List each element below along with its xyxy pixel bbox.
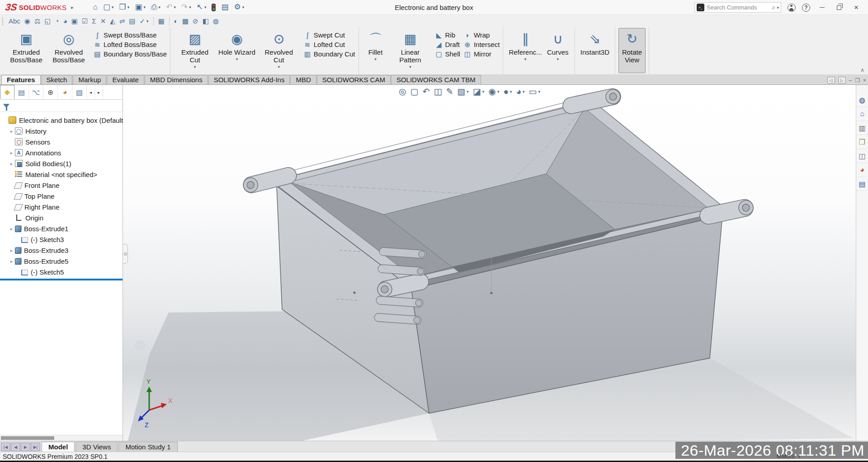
expand-arrow-icon[interactable]: ▸ bbox=[8, 226, 15, 231]
instant3d-button[interactable]: ⇘Instant3D bbox=[578, 28, 612, 73]
wrap-button[interactable]: ◗Wrap bbox=[463, 30, 500, 40]
custom-properties-tab[interactable]: ▤ bbox=[856, 177, 868, 191]
tree-tabs-scroll-right[interactable]: ▸ bbox=[95, 85, 103, 99]
bom-table[interactable]: ▦ bbox=[156, 17, 166, 25]
print-button[interactable]: ⎙▾ bbox=[149, 2, 163, 12]
edit-appearance-button[interactable]: ●▾ bbox=[503, 87, 512, 97]
lofted-cut-button[interactable]: ≋Lofted Cut bbox=[303, 40, 355, 49]
revolved-boss-base-button[interactable]: ◎Revolved Boss/Base bbox=[47, 28, 90, 73]
expand-arrow-icon[interactable]: ▸ bbox=[8, 129, 15, 134]
view-orientation-button[interactable]: ▧▾ bbox=[457, 86, 468, 97]
tree-tabs-scroll-left[interactable]: ◂ bbox=[87, 85, 95, 99]
cam-tree-tab[interactable]: ▧ bbox=[72, 85, 87, 99]
search-commands-box[interactable]: >_ ⌕ ▾ bbox=[694, 2, 781, 13]
options-button[interactable]: ⚙▾ bbox=[232, 2, 247, 12]
ribbon-collapse-button[interactable]: ∧ bbox=[860, 67, 864, 73]
draft-analysis[interactable]: ◭ bbox=[108, 17, 117, 25]
lofted-boss-base-button[interactable]: ≋Lofted Boss/Base bbox=[93, 40, 167, 49]
visualize-tool[interactable]: ◍ bbox=[211, 17, 221, 25]
tree-item-front-plane[interactable]: Front Plane bbox=[0, 180, 123, 191]
tab-markup[interactable]: Markup bbox=[73, 75, 106, 84]
search-icon[interactable]: ⌕ bbox=[772, 4, 776, 11]
reference-geometry-button[interactable]: ∥Referenc...▾ bbox=[506, 28, 544, 73]
user-account-button[interactable] bbox=[788, 4, 796, 12]
expand-arrow-icon[interactable]: ▸ bbox=[8, 150, 15, 155]
tree-item-sketch3[interactable]: (-) Sketch3 bbox=[0, 234, 123, 245]
unit-system-selector[interactable]: MMGS ▲ bbox=[777, 453, 801, 460]
symmetry-check[interactable]: ⇌ bbox=[118, 17, 127, 25]
search-caret-icon[interactable]: ▾ bbox=[777, 5, 779, 10]
toolbar-grip[interactable] bbox=[2, 17, 4, 25]
tree-item-annotations[interactable]: ▸Annotations bbox=[0, 147, 123, 158]
select-button[interactable]: ↖▾ bbox=[194, 2, 209, 12]
compare-documents[interactable]: ▤ bbox=[127, 17, 137, 25]
edit-appearance-tool[interactable]: ◐ bbox=[172, 17, 180, 25]
swept-boss-base-button[interactable]: ∫Swept Boss/Base bbox=[93, 30, 167, 40]
scrollbar-thumb[interactable] bbox=[1, 436, 54, 440]
tree-item-origin[interactable]: Origin bbox=[0, 212, 123, 223]
equations-tool[interactable]: Σ bbox=[90, 17, 98, 25]
file-explorer-tab[interactable]: ❒ bbox=[856, 135, 868, 149]
measure-tool[interactable]: ⚖ bbox=[33, 17, 42, 25]
graphics-viewport[interactable]: ◎▢↶◫✎▧▾◪▾◉▾●▾◕▾▭▾ bbox=[123, 85, 868, 441]
revolved-cut-button[interactable]: ⊙Revolved Cut▾ bbox=[258, 28, 300, 73]
scroll-previous-button[interactable]: ◀ bbox=[11, 443, 20, 451]
expand-arrow-icon[interactable]: ▸ bbox=[8, 259, 15, 264]
tab-mbd-dimensions[interactable]: MBD Dimensions bbox=[145, 75, 208, 84]
rollback-bar[interactable] bbox=[0, 279, 123, 280]
design-binder[interactable]: ◉ bbox=[23, 17, 32, 25]
view-settings-button[interactable]: ▭▾ bbox=[528, 86, 540, 97]
home-button[interactable]: ⌂ bbox=[91, 2, 100, 12]
swept-cut-button[interactable]: ∫Swept Cut bbox=[303, 30, 355, 40]
performance-evaluation[interactable]: ◔ bbox=[53, 17, 61, 25]
view-palette-tab[interactable]: ◫ bbox=[856, 149, 868, 163]
tree-item-sketch5[interactable]: (-) Sketch5 bbox=[0, 266, 123, 277]
check-active-document[interactable]: ▣ bbox=[70, 17, 80, 25]
hide-show-items-button[interactable]: ◉▾ bbox=[488, 86, 499, 97]
design-checker[interactable]: ✓▾ bbox=[138, 17, 151, 25]
hole-wizard-button[interactable]: ◉Hole Wizard▾ bbox=[216, 28, 258, 73]
undo-button[interactable]: ↶▾ bbox=[164, 2, 178, 12]
expand-arrow-icon[interactable]: ▸ bbox=[8, 161, 15, 166]
dynamic-annotation-views-button[interactable]: ✎ bbox=[446, 86, 453, 97]
help-button[interactable]: ? bbox=[802, 4, 810, 12]
linear-pattern-button[interactable]: ▦Linear Pattern▾ bbox=[389, 28, 432, 73]
previous-view-button[interactable]: ↶ bbox=[423, 86, 430, 97]
doc-minimize-button[interactable]: – bbox=[849, 77, 852, 84]
3dexperience-marketplace-tab[interactable]: ◍ bbox=[856, 93, 868, 107]
tree-horizontal-scrollbar[interactable] bbox=[0, 435, 123, 441]
tab-sketch[interactable]: Sketch bbox=[41, 75, 73, 84]
boundary-cut-button[interactable]: ▥Boundary Cut bbox=[303, 49, 355, 59]
minimize-button[interactable] bbox=[816, 3, 827, 13]
tree-item-boss-extrude1[interactable]: ▸Boss-Extrude1 bbox=[0, 223, 123, 234]
rib-button[interactable]: ◣Rib bbox=[434, 30, 460, 40]
shell-button[interactable]: ▢Shell bbox=[434, 49, 460, 59]
tree-item-right-plane[interactable]: Right Plane bbox=[0, 201, 123, 212]
extruded-boss-base-button[interactable]: ▣Extruded Boss/Base bbox=[5, 28, 47, 73]
scroll-last-button[interactable]: ▶| bbox=[31, 443, 40, 451]
dimxpertmanager-tab[interactable]: ⊕ bbox=[43, 85, 58, 99]
restore-button[interactable] bbox=[834, 3, 844, 13]
home-tab[interactable]: ⌂ bbox=[856, 107, 868, 121]
appearances-scenes-tab[interactable]: ◕ bbox=[856, 163, 868, 177]
displaymanager-tab[interactable]: ◕ bbox=[58, 85, 72, 99]
edit-material-tool[interactable]: ◧ bbox=[201, 17, 211, 25]
rebuild-button[interactable] bbox=[209, 3, 218, 12]
tree-item-boss-extrude3[interactable]: ▸Boss-Extrude3 bbox=[0, 245, 123, 256]
tree-item-electronic-and-battery-box-default[interactable]: Electronic and battery box (Default) bbox=[0, 115, 123, 126]
scroll-first-button[interactable]: |◀ bbox=[1, 443, 10, 451]
search-input[interactable] bbox=[707, 4, 772, 11]
intersect-button[interactable]: ⊕Intersect bbox=[463, 40, 500, 49]
draft-button[interactable]: ◢Draft bbox=[434, 40, 460, 49]
tab-mbd[interactable]: MBD bbox=[290, 75, 316, 84]
tab-solidworks-cam[interactable]: SOLIDWORKS CAM bbox=[317, 75, 391, 84]
doc-restore-button[interactable]: ❐ bbox=[855, 77, 860, 84]
tree-item-solid-bodies-1[interactable]: ▸Solid Bodies(1) bbox=[0, 158, 123, 169]
propertymanager-tab[interactable]: ▤ bbox=[14, 85, 29, 99]
zoom-to-area-button[interactable]: ▢ bbox=[410, 86, 419, 97]
spell-checker[interactable]: Abc bbox=[7, 17, 22, 25]
tree-item-top-plane[interactable]: Top Plane bbox=[0, 191, 123, 201]
doc-next-window-button[interactable]: ▷ bbox=[838, 77, 846, 84]
sheet-tab-model[interactable]: Model bbox=[42, 442, 75, 452]
mirror-button[interactable]: ◫Mirror bbox=[463, 49, 500, 59]
